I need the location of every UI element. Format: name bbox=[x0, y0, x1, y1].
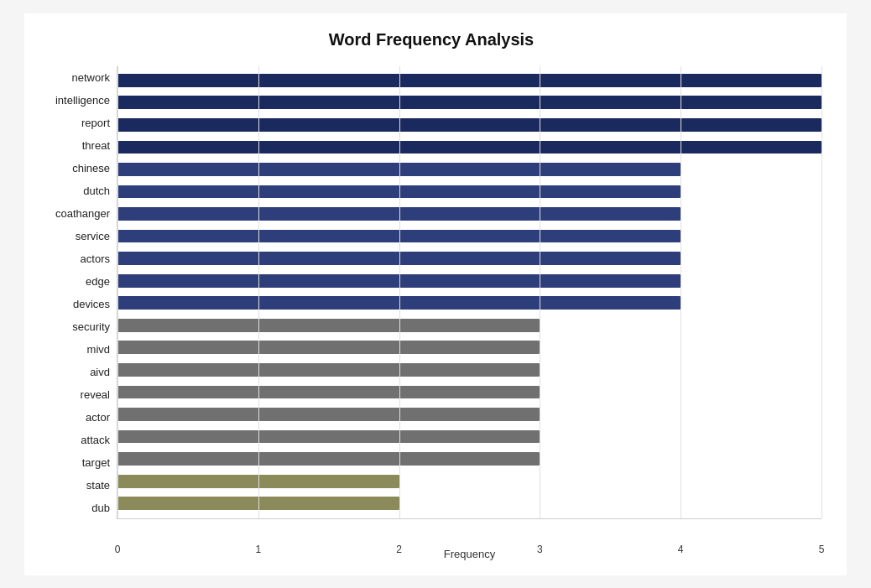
y-axis: networkintelligencereportthreatchinesedu… bbox=[41, 66, 117, 519]
x-axis-title: Frequency bbox=[117, 548, 821, 560]
grid-line bbox=[117, 66, 118, 518]
bar bbox=[117, 118, 821, 132]
bar-row bbox=[117, 492, 821, 515]
bar-row bbox=[117, 203, 821, 226]
y-label: aivd bbox=[41, 367, 110, 377]
y-label: report bbox=[41, 117, 110, 128]
bar-row bbox=[117, 470, 821, 492]
bar bbox=[117, 96, 821, 109]
y-label: intelligence bbox=[41, 95, 110, 106]
bar-row bbox=[117, 336, 821, 359]
y-label: threat bbox=[41, 140, 110, 151]
grid-line bbox=[258, 66, 259, 518]
bar bbox=[117, 74, 821, 87]
bar bbox=[117, 319, 540, 332]
chart-title: Word Frequency Analysis bbox=[41, 30, 821, 49]
bar bbox=[117, 363, 540, 377]
bar-row bbox=[117, 269, 821, 292]
chart-container: Word Frequency Analysis networkintellige… bbox=[24, 13, 847, 575]
grid-line bbox=[399, 66, 400, 518]
grid-line bbox=[821, 66, 822, 518]
y-label: mivd bbox=[41, 344, 110, 355]
bar bbox=[117, 141, 821, 154]
bar bbox=[117, 452, 540, 466]
bar bbox=[117, 341, 540, 354]
y-label: coathanger bbox=[41, 208, 110, 219]
bar-row bbox=[117, 180, 821, 203]
bar-row bbox=[117, 425, 821, 448]
bar-row bbox=[117, 136, 821, 159]
y-label: attack bbox=[41, 434, 110, 445]
bar-row bbox=[117, 315, 821, 337]
chart-area: networkintelligencereportthreatchinesedu… bbox=[41, 66, 821, 519]
plot-area: 012345 Frequency bbox=[117, 66, 821, 519]
bar-row bbox=[117, 292, 821, 315]
y-label: actor bbox=[41, 412, 110, 423]
bars-wrapper bbox=[117, 66, 821, 518]
y-label: edge bbox=[41, 276, 110, 287]
bar-row bbox=[117, 70, 821, 92]
y-label: dutch bbox=[41, 185, 110, 196]
bar-row bbox=[117, 403, 821, 426]
y-label: chinese bbox=[41, 163, 110, 174]
bar bbox=[117, 430, 540, 444]
y-label: security bbox=[41, 321, 110, 332]
bar-row bbox=[117, 114, 821, 137]
y-label: reveal bbox=[41, 389, 110, 400]
y-label: actors bbox=[41, 253, 110, 264]
bar-row bbox=[117, 91, 821, 114]
grid-line bbox=[681, 66, 681, 518]
bar-row bbox=[117, 448, 821, 471]
grid-line bbox=[540, 66, 540, 518]
y-label: target bbox=[41, 457, 110, 468]
bar bbox=[117, 386, 540, 399]
y-label: state bbox=[41, 480, 110, 491]
bar-row bbox=[117, 359, 821, 382]
bar-row bbox=[117, 381, 821, 403]
bar-row bbox=[117, 159, 821, 181]
y-label: dub bbox=[41, 502, 110, 513]
bar-row bbox=[117, 225, 821, 247]
bar-row bbox=[117, 247, 821, 270]
y-label: devices bbox=[41, 299, 110, 310]
y-label: service bbox=[41, 231, 110, 242]
y-label: network bbox=[41, 72, 110, 83]
bar bbox=[117, 408, 540, 421]
